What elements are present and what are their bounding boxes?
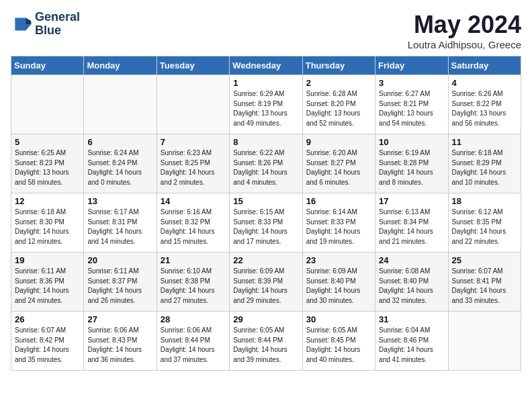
sunrise-text: Sunrise: 6:18 AM — [452, 149, 503, 156]
day-info: Sunrise: 6:09 AM Sunset: 8:39 PM Dayligh… — [233, 267, 298, 306]
month-title: May 2024 — [408, 11, 521, 39]
day-info: Sunrise: 6:11 AM Sunset: 8:36 PM Dayligh… — [15, 267, 80, 306]
weekday-header-tuesday: Tuesday — [157, 56, 229, 75]
daylight-text: Daylight: 14 hours and 37 minutes. — [161, 346, 215, 363]
sunrise-text: Sunrise: 6:09 AM — [306, 267, 357, 275]
sunrise-text: Sunrise: 6:29 AM — [233, 90, 284, 97]
sunset-text: Sunset: 8:32 PM — [161, 218, 210, 226]
sunset-text: Sunset: 8:36 PM — [15, 277, 64, 285]
logo: General Blue — [11, 11, 80, 38]
calendar-week-row: 19 Sunrise: 6:11 AM Sunset: 8:36 PM Dayl… — [11, 253, 521, 312]
calendar-cell: 22 Sunrise: 6:09 AM Sunset: 8:39 PM Dayl… — [230, 253, 302, 312]
day-number: 16 — [306, 196, 371, 206]
daylight-text: Daylight: 14 hours and 15 minutes. — [161, 228, 215, 245]
calendar-cell: 20 Sunrise: 6:11 AM Sunset: 8:37 PM Dayl… — [84, 253, 157, 312]
sunrise-text: Sunrise: 6:19 AM — [379, 149, 430, 156]
sunset-text: Sunset: 8:23 PM — [15, 159, 64, 167]
weekday-header-wednesday: Wednesday — [230, 56, 302, 75]
daylight-text: Daylight: 14 hours and 22 minutes. — [452, 228, 506, 245]
day-number: 25 — [452, 255, 517, 265]
sunset-text: Sunset: 8:33 PM — [306, 218, 356, 226]
day-number: 27 — [87, 314, 152, 324]
daylight-text: Daylight: 13 hours and 52 minutes. — [306, 109, 361, 127]
calendar-cell: 17 Sunrise: 6:13 AM Sunset: 8:34 PM Dayl… — [375, 193, 448, 253]
day-number: 24 — [379, 255, 444, 265]
day-info: Sunrise: 6:18 AM Sunset: 8:29 PM Dayligh… — [452, 148, 517, 187]
day-number: 2 — [306, 78, 371, 88]
sunset-text: Sunset: 8:46 PM — [379, 336, 429, 344]
weekday-header-monday: Monday — [84, 56, 157, 75]
day-number: 31 — [379, 314, 444, 324]
day-number: 21 — [161, 255, 226, 265]
day-info: Sunrise: 6:05 AM Sunset: 8:44 PM Dayligh… — [233, 326, 298, 365]
sunrise-text: Sunrise: 6:16 AM — [161, 208, 212, 216]
sunset-text: Sunset: 8:42 PM — [15, 336, 64, 344]
calendar-cell: 12 Sunrise: 6:18 AM Sunset: 8:30 PM Dayl… — [11, 193, 84, 253]
day-number: 28 — [161, 314, 226, 324]
calendar-cell: 2 Sunrise: 6:28 AM Sunset: 8:20 PM Dayli… — [302, 75, 375, 134]
day-number: 4 — [452, 78, 517, 88]
sunrise-text: Sunrise: 6:06 AM — [161, 326, 212, 334]
calendar-cell: 4 Sunrise: 6:26 AM Sunset: 8:22 PM Dayli… — [448, 75, 521, 134]
day-info: Sunrise: 6:18 AM Sunset: 8:30 PM Dayligh… — [15, 208, 80, 246]
day-info: Sunrise: 6:11 AM Sunset: 8:37 PM Dayligh… — [87, 267, 152, 306]
day-info: Sunrise: 6:28 AM Sunset: 8:20 PM Dayligh… — [306, 89, 371, 128]
day-info: Sunrise: 6:15 AM Sunset: 8:33 PM Dayligh… — [233, 208, 298, 246]
day-info: Sunrise: 6:27 AM Sunset: 8:21 PM Dayligh… — [379, 89, 444, 128]
calendar-cell — [11, 75, 84, 134]
day-info: Sunrise: 6:05 AM Sunset: 8:45 PM Dayligh… — [306, 326, 371, 365]
sunrise-text: Sunrise: 6:28 AM — [306, 90, 357, 97]
calendar-cell: 16 Sunrise: 6:14 AM Sunset: 8:33 PM Dayl… — [302, 193, 375, 253]
sunrise-text: Sunrise: 6:22 AM — [233, 149, 284, 156]
sunrise-text: Sunrise: 6:20 AM — [306, 149, 357, 156]
sunset-text: Sunset: 8:41 PM — [452, 277, 502, 285]
day-number: 7 — [161, 137, 226, 147]
sunrise-text: Sunrise: 6:05 AM — [233, 326, 284, 334]
daylight-text: Daylight: 14 hours and 24 minutes. — [15, 287, 69, 304]
calendar-week-row: 12 Sunrise: 6:18 AM Sunset: 8:30 PM Dayl… — [11, 193, 521, 253]
calendar-cell: 25 Sunrise: 6:07 AM Sunset: 8:41 PM Dayl… — [448, 253, 521, 312]
sunset-text: Sunset: 8:21 PM — [379, 100, 429, 107]
sunset-text: Sunset: 8:34 PM — [379, 218, 429, 226]
day-number: 30 — [306, 314, 371, 324]
title-block: May 2024 Loutra Aidhipsou, Greece — [408, 11, 521, 50]
sunrise-text: Sunrise: 6:26 AM — [452, 90, 503, 97]
day-number: 17 — [379, 196, 444, 206]
weekday-header-saturday: Saturday — [448, 56, 521, 75]
daylight-text: Daylight: 13 hours and 49 minutes. — [233, 109, 287, 127]
daylight-text: Daylight: 13 hours and 56 minutes. — [452, 109, 506, 127]
daylight-text: Daylight: 14 hours and 17 minutes. — [233, 228, 287, 245]
calendar-week-row: 5 Sunrise: 6:25 AM Sunset: 8:23 PM Dayli… — [11, 134, 521, 193]
calendar-week-row: 26 Sunrise: 6:07 AM Sunset: 8:42 PM Dayl… — [11, 312, 521, 371]
calendar-cell: 31 Sunrise: 6:04 AM Sunset: 8:46 PM Dayl… — [375, 312, 448, 371]
calendar-cell: 19 Sunrise: 6:11 AM Sunset: 8:36 PM Dayl… — [11, 253, 84, 312]
sunset-text: Sunset: 8:38 PM — [161, 277, 210, 285]
day-info: Sunrise: 6:07 AM Sunset: 8:41 PM Dayligh… — [452, 267, 517, 306]
sunset-text: Sunset: 8:44 PM — [233, 336, 283, 344]
calendar-cell: 5 Sunrise: 6:25 AM Sunset: 8:23 PM Dayli… — [11, 134, 84, 193]
day-number: 23 — [306, 255, 371, 265]
calendar-cell: 30 Sunrise: 6:05 AM Sunset: 8:45 PM Dayl… — [302, 312, 375, 371]
daylight-text: Daylight: 13 hours and 54 minutes. — [379, 109, 433, 127]
sunset-text: Sunset: 8:20 PM — [306, 100, 356, 107]
calendar-cell: 28 Sunrise: 6:06 AM Sunset: 8:44 PM Dayl… — [157, 312, 229, 371]
sunset-text: Sunset: 8:26 PM — [233, 159, 283, 167]
location: Loutra Aidhipsou, Greece — [408, 39, 521, 50]
day-number: 18 — [452, 196, 517, 206]
weekday-header-sunday: Sunday — [11, 56, 84, 75]
daylight-text: Daylight: 14 hours and 12 minutes. — [15, 228, 69, 245]
sunrise-text: Sunrise: 6:24 AM — [87, 149, 138, 156]
sunset-text: Sunset: 8:27 PM — [306, 159, 356, 167]
calendar-cell: 15 Sunrise: 6:15 AM Sunset: 8:33 PM Dayl… — [230, 193, 302, 253]
day-number: 29 — [233, 314, 298, 324]
weekday-header-friday: Friday — [375, 56, 448, 75]
calendar-cell — [84, 75, 157, 134]
sunset-text: Sunset: 8:25 PM — [161, 159, 210, 167]
daylight-text: Daylight: 14 hours and 32 minutes. — [379, 287, 433, 304]
calendar-cell: 6 Sunrise: 6:24 AM Sunset: 8:24 PM Dayli… — [84, 134, 157, 193]
sunset-text: Sunset: 8:39 PM — [233, 277, 283, 285]
day-number: 1 — [233, 78, 298, 88]
sunrise-text: Sunrise: 6:06 AM — [87, 326, 138, 334]
day-info: Sunrise: 6:22 AM Sunset: 8:26 PM Dayligh… — [233, 148, 298, 187]
calendar-table: SundayMondayTuesdayWednesdayThursdayFrid… — [11, 56, 521, 371]
